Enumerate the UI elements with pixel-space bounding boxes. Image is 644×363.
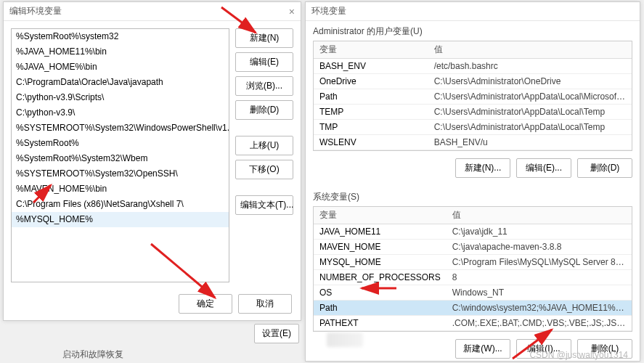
table-row[interactable]: TMPC:\Users\Administrator\AppData\Local\… [314,120,632,135]
col-header-val[interactable]: 值 [428,41,632,59]
col-header-var[interactable]: 变量 [314,207,447,224]
var-name: WSLENV [314,135,428,150]
ok-button[interactable]: 确定 [179,294,232,314]
var-value: C:\Users\Administrator\AppData\Local\Tem… [428,120,632,135]
edit-button[interactable]: 编辑(E) [235,52,293,72]
var-name: JAVA_HOME11 [314,224,447,240]
list-item[interactable]: %JAVA_HOME11%\bin [12,44,229,60]
user-vars-table[interactable]: 变量 值 BASH_ENV/etc/bash.bashrcOneDriveC:\… [313,41,632,151]
var-value: 8 [447,270,632,285]
list-item[interactable]: %SystemRoot%\system32 [12,29,229,44]
var-value: C:\Users\Administrator\AppData\Local\Tem… [428,105,632,120]
list-item[interactable]: C:\Program Files (x86)\NetSarang\Xshell … [12,197,229,212]
list-item[interactable]: %JAVA_HOME%\bin [12,60,229,75]
dialog-title: 编辑环境变量 [9,5,62,17]
table-row[interactable]: OneDriveC:\Users\Administrator\OneDrive [314,74,632,89]
env-variables-dialog: 环境变量 Administrator 的用户变量(U) 变量 值 BASH_EN… [305,1,640,362]
var-value: C:\java\apache-maven-3.8.8 [447,240,632,255]
var-value: .COM;.EXE;.BAT;.CMD;.VBS;.VBE;.JS;.JSE;.… [447,316,632,331]
table-row[interactable]: PathC:\Users\Administrator\AppData\Local… [314,89,632,105]
list-item[interactable]: C:\python-v3.9\ [12,105,229,121]
move-down-button[interactable]: 下移(O) [235,160,293,179]
var-name: Path [314,301,447,316]
var-value: BASH_ENV/u [428,135,632,150]
new-button[interactable]: 新建(N) [235,28,293,48]
user-delete-button[interactable]: 删除(D) [577,158,632,178]
var-name: MAVEN_HOME [314,240,447,255]
close-icon[interactable]: × [289,6,295,17]
list-item[interactable]: C:\ProgramData\Oracle\Java\javapath [12,75,229,90]
var-name: PATHEXT [314,316,447,331]
list-item[interactable]: %SYSTEMROOT%\System32\WindowsPowerShell\… [12,121,229,136]
table-row[interactable]: NUMBER_OF_PROCESSORS8 [314,270,632,285]
var-name: OneDrive [314,74,428,89]
list-item[interactable]: %SystemRoot%\System32\Wbem [12,151,229,166]
startup-recovery-label: 启动和故障恢复 [62,348,123,361]
var-name: OS [314,285,447,301]
table-row[interactable]: PathC:\windows\system32;%JAVA_HOME11%\bi… [314,301,632,316]
table-row[interactable]: MAVEN_HOMEC:\java\apache-maven-3.8.8 [314,240,632,255]
var-name: TEMP [314,105,428,120]
table-row[interactable]: MYSQL_HOMEC:\Program Files\MySQL\MySQL S… [314,255,632,270]
user-new-button[interactable]: 新建(N)... [455,158,510,178]
watermark: CSDN @justwaityou1314 [529,350,628,360]
edit-env-var-dialog: 编辑环境变量 × %SystemRoot%\system32 %JAVA_HOM… [3,1,301,321]
move-up-button[interactable]: 上移(U) [235,136,293,155]
var-value: C:\windows\system32;%JAVA_HOME11%\bin;%J… [447,301,632,316]
dialog-title: 环境变量 [311,5,346,17]
list-item[interactable]: C:\python-v3.9\Scripts\ [12,90,229,105]
var-value: C:\Users\Administrator\AppData\Local\Mic… [428,89,632,105]
var-value: C:\Users\Administrator\OneDrive [428,74,632,89]
user-edit-button[interactable]: 编辑(E)... [516,158,571,178]
list-item[interactable]: %MYSQL_HOME% [12,212,229,227]
var-value: C:\Program Files\MySQL\MySQL Server 8.0\… [447,255,632,270]
table-row[interactable]: JAVA_HOME11C:\java\jdk_11 [314,224,632,240]
path-list[interactable]: %SystemRoot%\system32 %JAVA_HOME11%\bin … [11,28,229,282]
var-value: C:\java\jdk_11 [447,224,632,240]
var-name: NUMBER_OF_PROCESSORS [314,270,447,285]
titlebar: 编辑环境变量 × [4,2,301,21]
list-item[interactable]: %SystemRoot% [12,136,229,151]
table-row[interactable]: TEMPC:\Users\Administrator\AppData\Local… [314,105,632,120]
titlebar: 环境变量 [306,2,640,21]
var-name: TMP [314,120,428,135]
delete-button[interactable]: 删除(D) [235,100,293,120]
blurred-region [327,333,363,347]
var-value: Windows_NT [447,285,632,301]
sys-new-button[interactable]: 新建(W)... [455,339,510,359]
var-value: /etc/bash.bashrc [428,59,632,74]
list-item[interactable]: %MAVEN_HOME%\bin [12,182,229,197]
cancel-button[interactable]: 取消 [238,294,292,314]
table-row[interactable]: PATHEXT.COM;.EXE;.BAT;.CMD;.VBS;.VBE;.JS… [314,316,632,331]
sys-vars-table[interactable]: 变量 值 JAVA_HOME11C:\java\jdk_11MAVEN_HOME… [313,206,632,332]
col-header-val[interactable]: 值 [447,207,632,224]
table-row[interactable]: OSWindows_NT [314,285,632,301]
table-row[interactable]: BASH_ENV/etc/bash.bashrc [314,59,632,74]
table-row[interactable]: WSLENVBASH_ENV/u [314,135,632,150]
var-name: BASH_ENV [314,59,428,74]
user-vars-label: Administrator 的用户变量(U) [306,21,640,41]
side-buttons: 新建(N) 编辑(E) 浏览(B)... 删除(D) 上移(U) 下移(O) 编… [235,28,293,282]
list-item[interactable]: %SYSTEMROOT%\System32\OpenSSH\ [12,166,229,182]
settings-button[interactable]: 设置(E) [254,324,299,343]
sys-vars-label: 系统变量(S) [306,187,640,206]
var-name: MYSQL_HOME [314,255,447,270]
var-name: Path [314,89,428,105]
browse-button[interactable]: 浏览(B)... [235,76,293,96]
col-header-var[interactable]: 变量 [314,41,428,59]
edit-text-button[interactable]: 编辑文本(T)... [235,195,293,215]
